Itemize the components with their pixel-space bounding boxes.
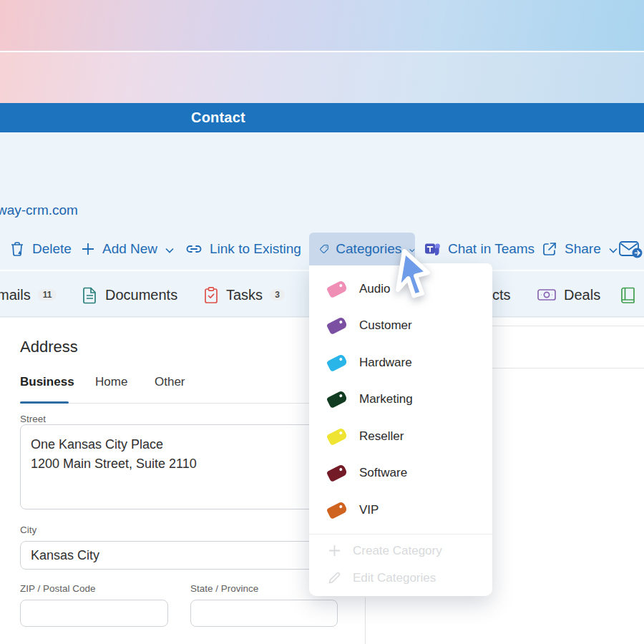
deals-icon xyxy=(537,287,557,303)
column-divider xyxy=(365,597,366,644)
plus-icon xyxy=(80,241,96,257)
menu-item-label: Customer xyxy=(359,318,412,333)
menu-item-label: Hardware xyxy=(359,356,412,370)
chat-in-teams-button[interactable]: Chat in Teams xyxy=(424,233,535,265)
street-textarea[interactable]: One Kansas City Place 1200 Main Street, … xyxy=(20,424,352,509)
zip-input[interactable] xyxy=(20,600,168,627)
categories-label: Categories xyxy=(336,241,401,257)
menu-item-label: Create Category xyxy=(353,544,442,558)
header-gradient-bottom xyxy=(0,52,644,103)
chevron-down-icon xyxy=(165,248,174,253)
tasks-count-badge: 3 xyxy=(270,289,285,301)
emails-count-badge: 11 xyxy=(38,289,57,301)
address-heading: Address xyxy=(20,338,78,356)
address-tab-active-underline xyxy=(20,401,69,404)
street-label: Street xyxy=(20,414,46,424)
window-title-bar: Contact xyxy=(0,103,644,132)
tab-deals[interactable]: Deals xyxy=(537,282,600,308)
address-tab-other[interactable]: Other xyxy=(155,375,185,389)
tab-deals-label: Deals xyxy=(564,287,600,303)
plus-icon xyxy=(328,544,341,557)
chat-in-teams-label: Chat in Teams xyxy=(448,241,535,257)
right-panel-divider-1 xyxy=(492,326,644,326)
trash-icon xyxy=(9,240,26,258)
menu-item-marketing[interactable]: Marketing xyxy=(309,381,492,419)
state-label: State / Province xyxy=(190,583,258,594)
menu-item-reseller[interactable]: Reseller xyxy=(309,418,492,455)
tag-color-icon xyxy=(326,427,348,446)
menu-item-label: Reseller xyxy=(359,429,404,444)
menu-item-customer[interactable]: Customer xyxy=(309,308,492,345)
categories-button[interactable]: Categories xyxy=(309,233,415,265)
tab-documents[interactable]: Documents xyxy=(82,282,177,308)
tag-color-icon xyxy=(326,316,348,335)
address-tab-business[interactable]: Business xyxy=(20,375,74,389)
zip-label: ZIP / Postal Code xyxy=(20,583,96,594)
page-title: Contact xyxy=(191,109,245,126)
tag-icon xyxy=(319,241,329,257)
pencil-icon xyxy=(328,571,341,585)
menu-item-software[interactable]: Software xyxy=(309,455,492,492)
tag-color-icon xyxy=(326,390,348,409)
header-gradient-top xyxy=(0,0,644,51)
delete-button[interactable]: Delete xyxy=(9,233,72,265)
document-icon xyxy=(82,286,98,304)
tab-products-partial[interactable]: P xyxy=(620,282,644,308)
add-new-label: Add New xyxy=(102,241,157,257)
menu-item-label: Audio xyxy=(359,282,390,296)
menu-item-audio[interactable]: Audio xyxy=(309,270,492,308)
menu-item-label: Edit Categories xyxy=(353,571,436,585)
city-label: City xyxy=(20,525,36,535)
menu-item-label: Marketing xyxy=(359,392,413,406)
products-icon xyxy=(620,286,636,304)
tag-color-icon xyxy=(326,501,348,519)
tab-tasks[interactable]: Tasks 3 xyxy=(203,282,285,308)
tasks-icon xyxy=(203,286,219,304)
city-input[interactable] xyxy=(20,541,352,570)
tag-color-icon xyxy=(326,353,348,372)
address-tab-home[interactable]: Home xyxy=(95,375,127,389)
send-email-button[interactable] xyxy=(618,233,644,265)
menu-item-hardware[interactable]: Hardware xyxy=(309,344,492,381)
tag-color-icon xyxy=(326,280,348,298)
link-to-existing-label: Link to Existing xyxy=(210,241,301,257)
chevron-down-icon xyxy=(409,248,415,253)
tag-color-icon xyxy=(326,464,348,482)
menu-item-create-category[interactable]: Create Category xyxy=(309,537,492,565)
delete-label: Delete xyxy=(32,241,72,257)
tab-emails-label: mails xyxy=(0,287,31,303)
menu-item-label: Software xyxy=(359,466,407,480)
menu-item-edit-categories[interactable]: Edit Categories xyxy=(309,565,492,592)
link-icon xyxy=(185,241,203,257)
tab-tasks-label: Tasks xyxy=(226,287,263,303)
teams-icon xyxy=(424,240,441,258)
share-label: Share xyxy=(565,241,601,257)
right-panel-divider-2 xyxy=(492,368,644,369)
link-to-existing-button[interactable]: Link to Existing xyxy=(185,233,318,265)
share-icon xyxy=(541,240,558,258)
tab-emails[interactable]: mails 11 xyxy=(0,282,57,308)
state-input[interactable] xyxy=(190,600,338,627)
tab-projects-label: cts xyxy=(492,287,511,303)
tab-documents-label: Documents xyxy=(105,287,177,303)
send-email-icon xyxy=(618,238,644,260)
add-new-button[interactable]: Add New xyxy=(80,233,174,265)
share-button[interactable]: Share xyxy=(541,233,618,265)
menu-item-vip[interactable]: VIP xyxy=(309,492,492,529)
menu-item-label: VIP xyxy=(359,503,379,517)
categories-dropdown-menu: Audio Customer Hardware Marketing Resell… xyxy=(309,263,492,596)
tab-projects-partial[interactable]: cts xyxy=(492,282,511,308)
website-link[interactable]: way-crm.com xyxy=(0,203,78,218)
chevron-down-icon xyxy=(609,248,618,253)
menu-separator xyxy=(309,534,492,535)
